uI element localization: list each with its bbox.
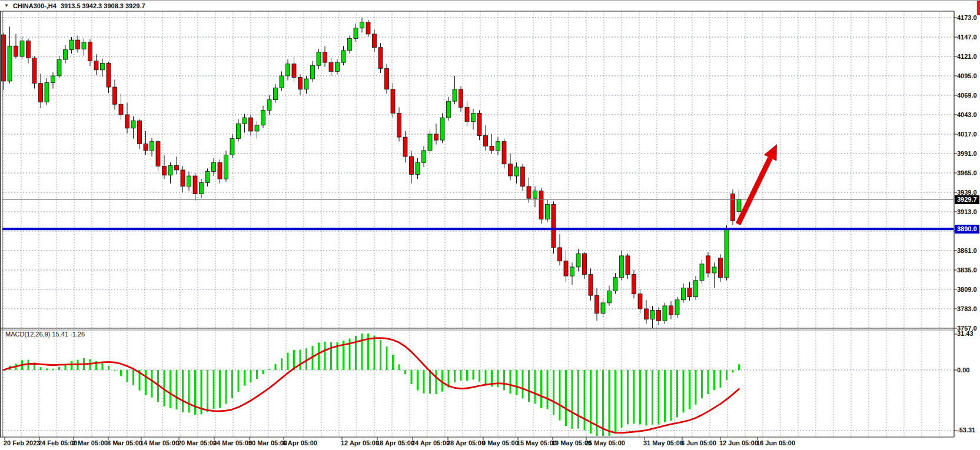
- price-axis-label: 3809.0: [957, 286, 977, 294]
- chart-canvas[interactable]: [0, 1, 980, 450]
- time-axis-label: 31 May 05:00: [643, 439, 683, 446]
- price-axis-label: 3965.0: [957, 169, 977, 177]
- time-axis-label: 2 Mar 05:00: [72, 439, 108, 446]
- macd-axis-zero: 0.00: [957, 366, 969, 374]
- macd-axis-max: 31.43: [957, 330, 974, 338]
- time-axis-label: 6 Apr 05:00: [283, 439, 317, 446]
- price-axis-label: 3991.0: [957, 150, 977, 158]
- price-axis-label: 4173.0: [957, 14, 977, 22]
- price-axis-label: 3913.0: [957, 208, 977, 216]
- time-axis-label: 18 Apr 05:00: [376, 439, 414, 446]
- price-axis-label: 4095.0: [957, 72, 977, 80]
- time-axis-label: 15 May 05:00: [517, 439, 557, 446]
- time-axis-label: 6 Jun 05:00: [681, 439, 716, 446]
- macd-axis-min: -53.31: [957, 426, 975, 434]
- price-axis-label: 3835.0: [957, 266, 977, 274]
- time-axis-label: 24 Feb 05:00: [38, 439, 77, 446]
- current-price-tag: 3929.7: [955, 195, 979, 204]
- price-axis-label: 4043.0: [957, 111, 977, 119]
- price-axis-label: 4147.0: [957, 34, 977, 41]
- price-axis-label: 3861.0: [957, 247, 977, 255]
- time-axis-label: 28 Apr 05:00: [447, 439, 485, 446]
- time-axis-label: 12 Jun 05:00: [719, 439, 758, 446]
- time-axis-label: 24 Apr 05:00: [411, 439, 450, 446]
- time-axis-label: 8 Mar 05:00: [107, 439, 142, 446]
- time-axis-label: 12 Apr 05:00: [341, 439, 379, 446]
- price-axis-label: 4121.0: [957, 53, 977, 61]
- red-corner-marker: [977, 1, 980, 15]
- time-axis-label: 16 Jun 05:00: [756, 439, 795, 446]
- time-axis-label: 9 May 05:00: [482, 439, 519, 446]
- time-axis-label: 20 Feb 2023: [4, 439, 40, 446]
- time-axis-label: 30 Mar 05:00: [248, 439, 287, 446]
- price-axis-label: 4069.0: [957, 92, 977, 99]
- hline-price-tag[interactable]: 3890.0: [955, 225, 979, 234]
- time-axis-label: 14 Mar 05:00: [140, 439, 179, 446]
- indicator-label: MACD(12,26,9) 15.41 -1.26: [5, 331, 85, 338]
- chart-window: ▼ CHINA300-,H4 3913.5 3942.3 3908.3 3929…: [0, 0, 980, 450]
- time-axis-label: 25 May 05:00: [585, 439, 625, 446]
- time-axis-label: 20 Mar 05:00: [178, 439, 217, 446]
- price-axis-label: 3783.0: [957, 305, 977, 313]
- time-axis-label: 24 Mar 05:00: [213, 439, 252, 446]
- price-axis-label: 4017.0: [957, 131, 977, 138]
